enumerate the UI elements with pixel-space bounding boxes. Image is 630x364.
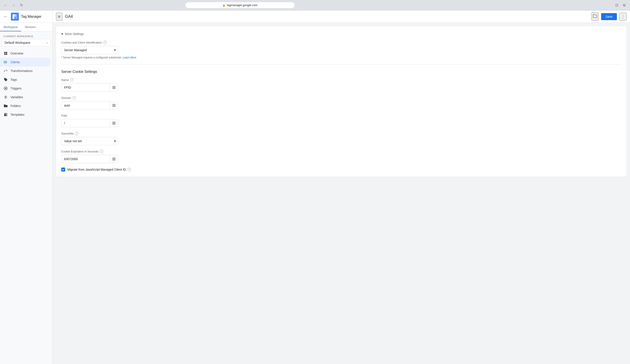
sidebar-item-variables[interactable]: Variables xyxy=(0,93,50,102)
clients-icon xyxy=(4,60,8,64)
app-header: ← Tag Manager xyxy=(0,10,52,23)
sidebar-item-triggers[interactable]: Triggers xyxy=(0,84,50,93)
migrate-checkbox[interactable] xyxy=(61,168,65,172)
domain-help-icon[interactable]: ? xyxy=(72,96,76,100)
path-input[interactable] xyxy=(61,119,110,127)
path-variable-button[interactable] xyxy=(110,120,118,127)
svg-rect-22 xyxy=(113,104,114,105)
tab-versions[interactable]: Versions xyxy=(21,23,39,31)
name-group: Name ? xyxy=(61,78,621,92)
extensions-button[interactable]: ⊡ xyxy=(614,2,620,8)
name-variable-button[interactable] xyxy=(110,84,118,91)
svg-rect-16 xyxy=(6,114,7,115)
svg-rect-33 xyxy=(114,159,115,160)
domain-input[interactable] xyxy=(61,101,110,110)
svg-rect-4 xyxy=(4,52,6,53)
svg-rect-7 xyxy=(6,54,7,55)
server-cookie-title: Server Cookie Settings xyxy=(61,70,621,74)
migrate-label: Migrate from JavaScript Managed Client I… xyxy=(68,168,131,171)
cookies-group: Cookies and Client Identification ? Serv… xyxy=(61,41,621,59)
expiration-group: Cookie Expiration in Seconds ? xyxy=(61,150,621,163)
more-options-button[interactable]: ⋮ xyxy=(620,13,626,20)
expiration-help-icon[interactable]: ? xyxy=(100,150,103,153)
expiration-input[interactable] xyxy=(61,155,110,163)
svg-rect-3 xyxy=(14,14,16,16)
forward-button[interactable]: → xyxy=(10,2,16,8)
svg-rect-9 xyxy=(4,62,4,62)
svg-rect-28 xyxy=(113,124,114,124)
sidebar-back-button[interactable]: ← xyxy=(4,14,8,19)
sidebar-item-transformations[interactable]: Transformations xyxy=(0,66,50,75)
tags-label: Tags xyxy=(10,78,17,82)
sidebar-nav: Overview Clients Transformations Tags xyxy=(0,49,52,119)
samesite-help-icon[interactable]: ? xyxy=(75,132,78,135)
migrate-checkbox-group: Migrate from JavaScript Managed Client I… xyxy=(61,168,621,172)
svg-rect-30 xyxy=(113,158,114,159)
workspace-selector[interactable]: Default Workspace › xyxy=(2,39,50,46)
name-input[interactable] xyxy=(61,83,110,92)
split-screen-button[interactable]: ⧉ xyxy=(621,2,628,8)
variables-label: Variables xyxy=(10,96,23,99)
triggers-label: Triggers xyxy=(10,86,22,90)
panel-close-button[interactable]: ✕ xyxy=(56,13,62,20)
app-logo xyxy=(11,13,19,20)
lock-icon: 🔒 xyxy=(222,4,226,7)
svg-rect-21 xyxy=(114,88,115,89)
expiration-label: Cookie Expiration in Seconds ? xyxy=(61,150,621,153)
section-divider xyxy=(61,64,621,64)
cookies-select[interactable]: Server Managed JavaScript Managed Disabl… xyxy=(61,46,118,54)
sidebar-item-clients[interactable]: Clients xyxy=(0,58,50,66)
sidebar-item-overview[interactable]: Overview xyxy=(0,49,50,58)
app-container: ← Tag Manager Workspace Versions CURRENT… xyxy=(0,10,630,364)
browser-controls: ← → ↻ xyxy=(2,2,24,8)
back-button[interactable]: ← xyxy=(2,2,9,8)
svg-rect-10 xyxy=(4,62,4,63)
svg-rect-26 xyxy=(113,122,114,123)
path-input-wrapper xyxy=(61,119,118,127)
cookies-help-icon[interactable]: ? xyxy=(103,41,107,44)
samesite-select[interactable]: Value not set None Lax Strict xyxy=(61,137,118,145)
tab-workspace[interactable]: Workspace xyxy=(0,23,21,31)
save-button[interactable]: Save xyxy=(601,13,617,20)
svg-rect-15 xyxy=(4,114,6,116)
panel-folder-button[interactable] xyxy=(592,12,598,20)
svg-rect-5 xyxy=(6,52,7,53)
overview-label: Overview xyxy=(10,52,23,55)
svg-rect-6 xyxy=(4,54,6,55)
domain-variable-button[interactable] xyxy=(110,102,118,109)
browser-right-controls: ⊡ ⧉ xyxy=(614,2,628,8)
path-label: Path xyxy=(61,114,621,117)
app-title: Tag Manager xyxy=(21,15,41,18)
url-text: tagmanager.google.com xyxy=(227,4,257,7)
templates-label: Templates xyxy=(10,113,24,116)
migrate-help-icon[interactable]: ? xyxy=(127,168,131,171)
svg-rect-31 xyxy=(114,158,115,159)
folders-label: Folders xyxy=(10,104,21,108)
learn-more-link[interactable]: Learn More xyxy=(123,56,136,59)
svg-rect-18 xyxy=(113,86,114,87)
variables-icon xyxy=(4,95,8,99)
workspace-tabs: Workspace Versions xyxy=(0,23,52,32)
svg-rect-8 xyxy=(4,61,4,62)
more-settings-header[interactable]: ▾ More Settings xyxy=(61,32,621,36)
domain-group: Domain ? xyxy=(61,96,621,110)
overview-icon xyxy=(4,51,8,56)
svg-rect-23 xyxy=(114,104,115,105)
reload-button[interactable]: ↻ xyxy=(18,2,24,8)
cookies-info-text: * Server Managed requires a configured s… xyxy=(61,56,621,59)
sidebar-item-templates[interactable]: Templates xyxy=(0,110,50,119)
cookies-label: Cookies and Client Identification ? xyxy=(61,41,621,44)
address-bar[interactable]: 🔒 tagmanager.google.com xyxy=(185,2,295,8)
tags-icon xyxy=(4,78,8,82)
panel-title-input[interactable] xyxy=(65,14,589,19)
samesite-label: SameSite ? xyxy=(61,132,621,135)
templates-icon xyxy=(4,112,8,117)
domain-label: Domain ? xyxy=(61,96,621,100)
expiration-input-wrapper xyxy=(61,155,118,163)
sidebar-item-folders[interactable]: Folders xyxy=(0,102,50,110)
expiration-variable-button[interactable] xyxy=(110,155,118,163)
folders-icon xyxy=(4,104,8,108)
sidebar-item-tags[interactable]: Tags xyxy=(0,75,50,84)
name-help-icon[interactable]: ? xyxy=(70,78,74,82)
sidebar: ← Tag Manager Workspace Versions CURRENT… xyxy=(0,10,52,364)
